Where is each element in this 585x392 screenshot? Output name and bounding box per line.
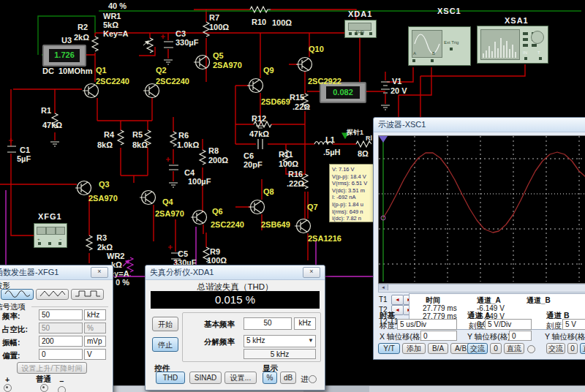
function-generator-title: 函数发生器-XFG1	[0, 267, 91, 278]
component-label: 2SC2240	[211, 221, 244, 229]
component-label: 47kΩ	[249, 130, 269, 138]
sine-wave-button[interactable]	[1, 289, 34, 300]
frequency-unit-field[interactable]: kHz	[84, 309, 106, 320]
component-label: R12	[252, 115, 266, 123]
amplitude-unit-field[interactable]: mVp	[84, 336, 106, 347]
add-mode-button[interactable]: 添加	[402, 343, 426, 354]
component-label: 探针1	[347, 129, 363, 137]
stop-button[interactable]: 停止	[152, 337, 178, 352]
rise-fall-time-button[interactable]: 设置上升/下降时间	[17, 362, 87, 374]
channel-b-terminal-label: B	[432, 51, 435, 56]
component-label: 8kΩ	[97, 141, 113, 149]
component-label: Q5	[213, 52, 224, 60]
channel-b-ac-button[interactable]: 交流	[546, 343, 565, 354]
xda1-instrument-icon[interactable]: THD	[344, 20, 377, 38]
component-label: 0 %	[116, 279, 129, 287]
oscilloscope-titlebar[interactable]: 示波器-XSC1	[374, 118, 585, 132]
component-label: 2SB649	[261, 221, 290, 229]
frequency-label: 频率:	[2, 312, 20, 322]
plus-terminal[interactable]	[4, 384, 12, 392]
sine-wave-icon	[4, 290, 31, 298]
component-label: Rl	[366, 135, 372, 143]
channel-b-zero-button[interactable]: 0	[567, 343, 578, 354]
offset-label: 偏置:	[2, 351, 20, 361]
distortion-analyzer-titlebar[interactable]: 失真分析仪-XDA1 ×	[146, 265, 325, 280]
close-icon[interactable]: ×	[91, 267, 108, 278]
multisim-workspace: 40 %WR15kΩKey=AR22kΩU3DC 10MOhmQ12SC2240…	[0, 0, 585, 392]
multimeter-u3-reading: 1.726	[49, 49, 80, 62]
component-label: XSA1	[505, 17, 529, 25]
channel-a-zero-button[interactable]: 0	[490, 343, 502, 354]
timebase-scale-field[interactable]: 5 us/Div	[397, 319, 457, 330]
xsc1-instrument-icon[interactable]: Ext Trig A B	[408, 26, 471, 66]
component-label: 8kΩ	[132, 141, 148, 149]
resolution-freq-dropdown[interactable]: 5 kHz ▼	[244, 335, 316, 347]
component-label: R1	[41, 107, 51, 115]
square-wave-button[interactable]	[71, 289, 104, 300]
amplitude-field[interactable]: 200	[39, 336, 83, 347]
component-label: Q8	[263, 188, 274, 196]
minus-terminal[interactable]	[58, 386, 66, 392]
ba-mode-button[interactable]: B/A	[428, 343, 448, 354]
component-label: R3	[97, 234, 107, 242]
frequency-field[interactable]: 50	[39, 309, 83, 320]
component-label: R4	[104, 131, 114, 139]
component-label: 100µF	[188, 178, 211, 186]
component-label: 8Ω	[358, 150, 369, 158]
channel-a-ypos-field[interactable]: 0	[509, 331, 532, 341]
component-label: L1	[325, 136, 335, 144]
thd-mode-button[interactable]: THD	[156, 372, 185, 384]
offset-field[interactable]: 0	[39, 349, 83, 360]
component-label: 20 V	[390, 87, 407, 95]
triangle-wave-button[interactable]	[36, 289, 69, 300]
component-label: 20pF	[244, 161, 263, 169]
probe-readout-line: V: 7.16 V	[332, 166, 374, 173]
fundamental-freq-field[interactable]: 50	[244, 317, 292, 330]
component-label: 2SC2240	[156, 78, 189, 86]
component-label: XFG1	[38, 213, 62, 221]
yt-mode-button[interactable]: Y/T	[378, 343, 400, 354]
component-label: XDA1	[348, 10, 372, 18]
component-label: Q7	[307, 203, 318, 211]
component-label: U3	[61, 37, 72, 45]
start-button[interactable]: 开始	[152, 317, 178, 331]
duty-cycle-unit-field: %	[84, 323, 106, 333]
component-label: 2SA970	[213, 61, 242, 69]
xfg1-instrument-icon[interactable]: + −	[34, 223, 67, 248]
component-label: R9	[210, 248, 220, 256]
component-label: R7	[209, 14, 219, 22]
function-generator-titlebar[interactable]: 函数发生器-XFG1 ×	[0, 265, 113, 280]
percent-display-button[interactable]: %	[263, 372, 277, 384]
channel-a-dc-button[interactable]: 直流	[504, 343, 524, 354]
fundamental-freq-label: 基本频率	[204, 320, 235, 330]
channel-b-scale-field[interactable]: 5 V	[562, 319, 585, 330]
multimeter-u3[interactable]: 1.726	[42, 45, 86, 67]
probe-readout-line: V(dc): 3.51 m	[332, 187, 374, 195]
in-terminal-label: IN	[523, 50, 527, 55]
oscilloscope-scrollbar[interactable]: ◄	[378, 284, 585, 293]
t1-left-button[interactable]: ◄	[391, 295, 404, 305]
minus-terminal-label: −	[59, 377, 64, 385]
channel-a-scale-field[interactable]: 5 V/Div	[485, 319, 532, 330]
settings-button[interactable]: 设置...	[224, 372, 257, 384]
component-label: C3	[176, 30, 186, 38]
common-terminal[interactable]	[40, 384, 48, 392]
oscilloscope-title: 示波器-XSC1	[378, 119, 585, 130]
component-label: Q10	[309, 45, 324, 53]
timebase-xpos-field[interactable]: 0	[420, 331, 457, 341]
plus-terminal-label: +	[5, 375, 10, 384]
db-display-button[interactable]: dB	[280, 372, 296, 384]
component-label: R5	[132, 131, 143, 139]
channel-b-ypos-label: Y 轴位移(格):	[545, 332, 585, 342]
close-icon[interactable]: ×	[303, 267, 320, 278]
component-label: 2SD669	[261, 98, 290, 106]
offset-unit-field[interactable]: V	[84, 349, 106, 360]
component-label: 2kΩ	[74, 34, 89, 42]
component-label: 2SA1216	[308, 235, 341, 243]
xsa1-instrument-icon[interactable]: IN T	[477, 26, 548, 64]
component-label: 100Ω	[279, 160, 298, 168]
sinad-mode-button[interactable]: SINAD	[189, 372, 222, 384]
channel-b-dc-button[interactable]: 直流	[580, 343, 585, 354]
component-label: WR2	[107, 252, 124, 260]
channel-a-ac-button[interactable]: 交流	[467, 343, 488, 354]
